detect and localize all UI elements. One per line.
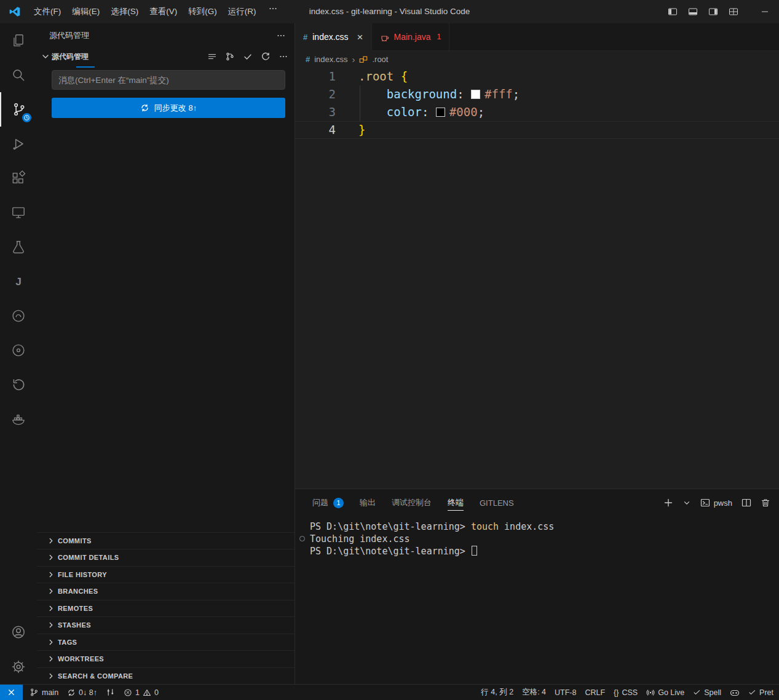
gitlens-icon[interactable] — [0, 333, 37, 368]
new-terminal-icon[interactable] — [663, 498, 673, 508]
sidebar-panel-header[interactable]: WORKTREES — [37, 650, 295, 667]
toggle-panel-icon[interactable] — [682, 0, 703, 23]
menu-more-button[interactable] — [262, 4, 284, 20]
terminal[interactable]: PS D:\git\note\git-learning> touch index… — [295, 516, 779, 684]
vscode-window: 文件(F)编辑(E)选择(S)查看(V)转到(G)运行(R) index.css… — [0, 0, 779, 700]
sidebar-panel-header[interactable]: SEARCH & COMPARE — [37, 667, 295, 685]
commit-check-icon[interactable] — [243, 52, 253, 61]
eol-selector[interactable]: CRLF — [580, 685, 609, 700]
code-token: { — [401, 69, 408, 83]
terminal-lines: PS D:\git\note\git-learning> touch index… — [310, 521, 779, 557]
sidebar-panel-label: SEARCH & COMPARE — [58, 672, 133, 680]
problems-status[interactable]: 1 0 — [119, 685, 163, 700]
indentation[interactable]: 空格: 4 — [518, 685, 550, 700]
prettier-status[interactable]: Pret — [744, 685, 778, 700]
java-icon[interactable]: J — [0, 264, 37, 299]
terminal-text: touch — [471, 521, 499, 532]
sidebar-panel-header[interactable]: TAGS — [37, 634, 295, 651]
panel-tab-label: 调试控制台 — [392, 497, 432, 508]
sidebar-panel-header[interactable]: COMMITS — [37, 532, 295, 549]
sidebar-panel-label: REMOTES — [58, 605, 93, 612]
account-icon[interactable] — [0, 615, 37, 650]
encoding[interactable]: UTF-8 — [550, 685, 580, 700]
toggle-secondary-sidebar-icon[interactable] — [703, 0, 723, 23]
remote-explorer-icon[interactable] — [0, 195, 37, 230]
color-swatch[interactable] — [436, 108, 445, 117]
code-line[interactable]: 2 background: #fff; — [295, 85, 779, 103]
tab-index-css[interactable]: # index.css × — [295, 23, 372, 51]
extensions-icon[interactable] — [0, 161, 37, 195]
breadcrumb-file[interactable]: index.css — [314, 55, 347, 64]
warning-icon — [143, 688, 151, 697]
split-terminal-icon[interactable] — [741, 498, 751, 508]
settings-gear-icon[interactable] — [0, 650, 37, 684]
spell-checker-status[interactable]: Spell — [689, 685, 726, 700]
commit-message-input[interactable] — [52, 70, 285, 90]
close-tab-icon[interactable]: × — [357, 32, 363, 42]
sidebar-panel-header[interactable]: FILE HISTORY — [37, 566, 295, 583]
code-line[interactable]: 1.root { — [295, 68, 779, 85]
toggle-primary-sidebar-icon[interactable] — [662, 0, 682, 23]
sidebar-panel-header[interactable]: REMOTES — [37, 600, 295, 617]
panel-tab-3[interactable]: 终端 — [448, 489, 464, 516]
tab-main-java[interactable]: Main.java 1 — [372, 23, 450, 50]
minimize-button[interactable] — [751, 0, 779, 23]
code-editor[interactable]: 1.root {2 background: #fff;3 color: #000… — [295, 68, 779, 489]
check-icon — [693, 688, 701, 696]
sidebar-panel-label: BRANCHES — [58, 588, 98, 595]
commit-graph-icon[interactable] — [225, 52, 235, 61]
sidebar-panel-header[interactable]: COMMIT DETAILS — [37, 549, 295, 566]
sidebar-panel-header[interactable]: BRANCHES — [37, 583, 295, 600]
docker-icon[interactable] — [0, 402, 37, 436]
source-control-icon[interactable] — [0, 92, 37, 127]
code-line[interactable]: 4} — [295, 121, 779, 139]
refresh-icon[interactable] — [261, 52, 271, 61]
branch-indicator[interactable]: main — [25, 685, 63, 700]
breadcrumb-symbol[interactable]: .root — [372, 55, 388, 64]
terminal-text: PS D:\git\note\git-learning> — [310, 546, 471, 557]
view-as-list-icon[interactable] — [207, 52, 217, 61]
kill-terminal-icon[interactable] — [761, 498, 770, 508]
scm-section-header[interactable]: 源代码管理 — [37, 48, 295, 65]
menu-item[interactable]: 选择(S) — [105, 4, 144, 20]
code-token: : — [422, 105, 436, 119]
copilot-icon[interactable] — [726, 685, 744, 700]
panel-tab-0[interactable]: 问题1 — [312, 489, 344, 516]
terminal-instance[interactable]: pwsh — [700, 498, 732, 508]
menu-item[interactable]: 编辑(E) — [66, 4, 105, 20]
language-mode[interactable]: {} CSS — [609, 685, 642, 700]
run-debug-icon[interactable] — [0, 127, 37, 161]
menu-item[interactable]: 运行(R) — [223, 4, 262, 20]
menu-item[interactable]: 查看(V) — [144, 4, 183, 20]
terminal-dropdown-icon[interactable] — [682, 498, 691, 507]
panel-tab-2[interactable]: 调试控制台 — [392, 489, 432, 516]
cursor-position[interactable]: 行 4, 列 2 — [476, 685, 518, 700]
gradle-icon[interactable] — [0, 299, 37, 333]
sidebar-panel-label: COMMITS — [58, 537, 92, 545]
sidebar-panel-header[interactable]: STASHES — [37, 616, 295, 634]
remote-indicator[interactable] — [0, 685, 23, 700]
sync-status[interactable]: 0↓ 8↑ — [63, 685, 101, 700]
chevron-right-icon — [47, 604, 55, 613]
panel-tab-4[interactable]: GITLENS — [480, 489, 514, 516]
color-swatch[interactable] — [471, 90, 480, 99]
code-line[interactable]: 3 color: #000; — [295, 103, 779, 121]
testing-icon[interactable] — [0, 230, 37, 264]
history-icon[interactable] — [0, 368, 37, 402]
explorer-icon[interactable] — [0, 23, 37, 58]
sync-changes-button[interactable]: 同步更改 8↑ — [52, 98, 285, 118]
code-token — [358, 105, 387, 119]
commit-graph-button[interactable] — [101, 685, 119, 700]
sync-icon — [140, 103, 149, 112]
menu-item[interactable]: 转到(G) — [183, 4, 223, 20]
menu-item[interactable]: 文件(F) — [28, 4, 66, 20]
command-decoration-icon[interactable] — [299, 536, 305, 541]
customize-layout-icon[interactable] — [723, 0, 743, 23]
more-actions-icon[interactable] — [279, 52, 288, 61]
sidebar-more-icon[interactable] — [276, 31, 286, 41]
go-live-button[interactable]: Go Live — [642, 685, 689, 700]
vscode-logo-icon — [9, 6, 21, 18]
go-live-label: Go Live — [658, 688, 684, 697]
panel-tab-1[interactable]: 输出 — [360, 489, 376, 516]
search-icon[interactable] — [0, 58, 37, 92]
